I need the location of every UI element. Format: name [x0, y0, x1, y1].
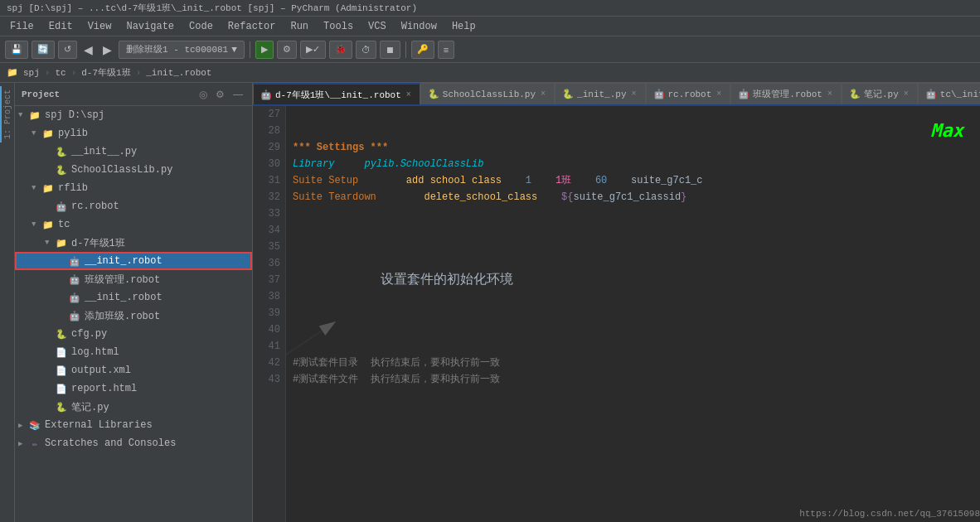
icon-ext: 📚 — [28, 420, 41, 431]
panel-settings-btn[interactable]: ⚙ — [213, 88, 227, 101]
forward-btn[interactable]: ▶ — [99, 41, 115, 58]
tree-item-output[interactable]: 📄 output.xml — [15, 361, 252, 379]
linenum-38: 38 — [253, 288, 280, 305]
linenum-27: 27 — [253, 106, 280, 123]
tree-item-init-robot-selected[interactable]: 🤖 __init_.robot — [15, 252, 252, 270]
tree-item-schoolclasslib[interactable]: 🐍 SchoolClassLib.py — [15, 161, 252, 179]
tree-item-rc-robot[interactable]: 🤖 rc.robot — [15, 197, 252, 215]
path-spj[interactable]: spj — [23, 68, 40, 78]
suite-setup-sp — [358, 172, 406, 189]
menu-view[interactable]: View — [81, 19, 119, 34]
separator-2 — [405, 41, 406, 58]
tab-close-bjgl[interactable]: × — [826, 89, 834, 99]
label-out: output.xml — [71, 365, 131, 376]
debug-btn[interactable]: 🐞 — [329, 41, 352, 59]
tab-rc-robot[interactable]: 🤖 rc.robot × — [646, 83, 731, 104]
tab-init-py[interactable]: 🐍 _init_.py × — [555, 83, 645, 104]
tab-notes[interactable]: 🐍 笔记.py × — [842, 83, 918, 104]
label-rc: rc.robot — [71, 201, 119, 212]
tab-close-scl[interactable]: × — [539, 89, 547, 99]
sync-btn[interactable]: 🔄 — [32, 41, 55, 59]
ss-sp5 — [607, 172, 631, 189]
tab-tc-init[interactable]: 🤖 tc\_init_.robo × — [918, 83, 980, 104]
tree-item-cfg[interactable]: 🐍 cfg.py — [15, 325, 252, 343]
tree-item-d7[interactable]: ▼ 📁 d-7年级1班 — [15, 234, 252, 252]
linenum-41: 41 — [253, 338, 280, 355]
profile-btn[interactable]: ⏱ — [356, 41, 376, 59]
tab-close-d7[interactable]: × — [405, 90, 413, 99]
tree-item-extlibs[interactable]: ▶ 📚 External Libraries — [15, 416, 252, 434]
panel-close-btn[interactable]: — — [230, 88, 245, 101]
tab-close-rc[interactable]: × — [715, 89, 723, 99]
menu-help[interactable]: Help — [445, 19, 483, 34]
label-log: log.html — [71, 346, 119, 358]
code-line-31: Suite Setup add school class 1 1班 60 sui… — [293, 172, 973, 189]
tab-d7-init[interactable]: 🤖 d-7年级1班\__init_.robot × — [253, 83, 420, 104]
icon-tc: 📁 — [41, 220, 55, 230]
menu-navigate[interactable]: Navigate — [119, 19, 181, 34]
tree-item-tc[interactable]: ▼ 📁 tc — [15, 215, 252, 234]
run-btn[interactable]: ▶ — [255, 41, 274, 59]
project-side-tab[interactable]: 1: Project — [0, 86, 14, 143]
linenum-35: 35 — [253, 239, 280, 255]
tree-item-spj[interactable]: ▼ 📁 spj D:\spj — [15, 106, 252, 124]
tree-item-rflib[interactable]: ▼ 📁 rflib — [15, 179, 252, 197]
ss-sp3 — [531, 172, 555, 189]
tab-icon-d7: 🤖 — [260, 89, 272, 100]
refresh-btn[interactable]: ↺ — [58, 41, 77, 59]
save-btn[interactable]: 💾 — [5, 41, 28, 59]
icon-init-py: 🐍 — [55, 147, 68, 157]
git-btn[interactable]: 🔑 — [411, 41, 434, 59]
tree-item-bjgl[interactable]: 🤖 班级管理.robot — [15, 270, 252, 288]
project-icon: 📁 — [7, 67, 18, 78]
run-config-dropdown[interactable]: 删除班级1 - tc000081 ▼ — [119, 41, 245, 59]
path-tc[interactable]: tc — [55, 68, 65, 78]
tab-bjgl[interactable]: 🤖 班级管理.robot × — [730, 83, 842, 104]
menu-run[interactable]: Run — [284, 19, 315, 34]
code-line-28 — [293, 123, 973, 139]
tree-item-notes[interactable]: 🐍 笔记.py — [15, 398, 252, 416]
annotation-1: #测试套件目录 执行结束后，要和执行前一致 — [293, 355, 500, 371]
code-content[interactable]: *** Settings *** Library pylib.SchoolCla… — [286, 106, 980, 522]
code-editor[interactable]: 27 28 29 30 31 32 33 34 35 36 37 38 39 4… — [253, 106, 980, 522]
arrow-rflib: ▼ — [32, 184, 41, 192]
back-btn[interactable]: ◀ — [80, 41, 96, 58]
panel-collapse-btn[interactable]: ◎ — [196, 88, 210, 101]
path-file[interactable]: _init_.robot — [146, 68, 211, 78]
watermark: https://blog.csdn.net/qq_37615098 — [799, 505, 980, 522]
path-d7[interactable]: d-7年级1班 — [81, 66, 130, 79]
tab-schoolclasslib[interactable]: 🐍 SchoolClassLib.py × — [420, 83, 555, 104]
st-close: } — [681, 189, 686, 205]
tree-item-pylib[interactable]: ▼ 📁 pylib — [15, 124, 252, 143]
coverage-btn[interactable]: ▶✓ — [300, 41, 326, 59]
menu-edit[interactable]: Edit — [42, 19, 80, 34]
tree-item-report[interactable]: 📄 report.html — [15, 379, 252, 398]
tree-item-init-robot2[interactable]: 🤖 __init_.robot — [15, 288, 252, 307]
menu-tools[interactable]: Tools — [317, 19, 360, 34]
tab-label-ip: _init_.py — [577, 89, 626, 99]
stop-btn[interactable]: ⏹ — [380, 41, 400, 59]
editor-area: 🤖 d-7年级1班\__init_.robot × 🐍 SchoolClassL… — [253, 83, 980, 522]
tree-item-scratches[interactable]: ▶ ✏ Scratches and Consoles — [15, 434, 252, 452]
code-line-35 — [293, 239, 973, 255]
tab-label-scl: SchoolClassLib.py — [443, 89, 536, 99]
label-spj: spj D:\spj — [45, 109, 104, 121]
tree-item-init-py[interactable]: 🐍 __init__.py — [15, 143, 252, 161]
panel-header: Project ◎ ⚙ — — [15, 83, 252, 106]
tree-item-log[interactable]: 📄 log.html — [15, 343, 252, 361]
arrow-pylib: ▼ — [32, 129, 41, 138]
arrow-spj: ▼ — [18, 111, 28, 119]
build-btn[interactable]: ⚙ — [277, 41, 297, 59]
menu-vcs[interactable]: VCS — [361, 19, 393, 34]
menu-refactor[interactable]: Refactor — [221, 19, 283, 34]
menu-window[interactable]: Window — [395, 19, 444, 34]
tab-label-d7: d-7年级1班\__init_.robot — [275, 89, 401, 101]
tab-close-notes[interactable]: × — [902, 89, 910, 99]
menu-code[interactable]: Code — [182, 19, 220, 34]
tab-close-ip[interactable]: × — [630, 89, 638, 99]
code-line-42: #测试套件目录 执行结束后，要和执行前一致 — [293, 355, 973, 371]
tree-item-addbj[interactable]: 🤖 添加班级.robot — [15, 307, 252, 325]
tab-label-notes: 笔记.py — [864, 88, 899, 100]
settings-btn[interactable]: ≡ — [438, 41, 454, 59]
menu-file[interactable]: File — [3, 19, 41, 34]
